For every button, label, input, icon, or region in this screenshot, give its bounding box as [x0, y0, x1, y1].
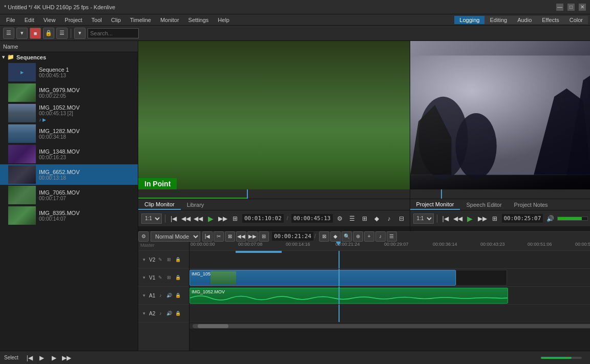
- tl-add-btn[interactable]: +: [364, 231, 374, 242]
- proj-play-btn[interactable]: ▶: [465, 213, 475, 224]
- toolbar-filter-btn[interactable]: ▾: [74, 28, 86, 39]
- tab-project-monitor[interactable]: Project Monitor: [410, 200, 460, 210]
- tab-library[interactable]: Library: [181, 200, 210, 209]
- a1-collapse-icon[interactable]: ▾: [140, 292, 148, 299]
- list-item[interactable]: IMG_8395.MOV 00:00:14:07: [0, 205, 138, 226]
- clip-extra-btn[interactable]: ⊞: [360, 213, 370, 224]
- tl-ctrl-btn3[interactable]: ⊠: [225, 231, 235, 242]
- tl-ctrl-btn2[interactable]: ✂: [214, 231, 224, 242]
- menu-settings[interactable]: Settings: [184, 16, 213, 24]
- proj-vol-btn[interactable]: 🔊: [545, 213, 555, 224]
- v1-lock-icon[interactable]: 🔒: [174, 274, 181, 281]
- clip-zoom-select[interactable]: 1:1: [141, 213, 162, 224]
- minimize-button[interactable]: —: [556, 4, 563, 11]
- v1-effect-icon[interactable]: ⊞: [165, 274, 173, 281]
- menu-monitor[interactable]: Monitor: [156, 16, 183, 24]
- menu-project[interactable]: Project: [60, 16, 86, 24]
- tl-menu-btn[interactable]: ☰: [387, 231, 397, 242]
- tab-project-notes[interactable]: Project Notes: [508, 200, 554, 209]
- h-scrollbar[interactable]: [189, 323, 590, 329]
- tl-ctrl-btn5[interactable]: ▶▶: [247, 231, 258, 242]
- h-scroll-thumb[interactable]: [198, 324, 228, 328]
- clip-fullscreen-btn[interactable]: ⊞: [230, 213, 240, 224]
- video-clip-v1[interactable]: IMG_1052.MOV: [189, 270, 456, 286]
- a2-lock-icon[interactable]: 🔒: [174, 310, 181, 317]
- clip-audio-btn[interactable]: ♪: [384, 213, 394, 224]
- tl-ctrl-btn1[interactable]: |◀: [202, 231, 213, 242]
- proj-skip-start-btn[interactable]: |◀: [440, 213, 451, 224]
- bottom-play2-btn[interactable]: ▶: [49, 353, 59, 363]
- close-button[interactable]: ✕: [579, 4, 586, 11]
- project-zoom-select[interactable]: 1:1: [413, 213, 434, 224]
- search-input[interactable]: [88, 28, 139, 38]
- toolbar-menu-btn[interactable]: ☰: [56, 28, 68, 39]
- menu-view[interactable]: View: [39, 16, 60, 24]
- v2-edit-icon[interactable]: ✎: [157, 256, 164, 263]
- menu-clip[interactable]: Clip: [107, 16, 125, 24]
- menu-file[interactable]: File: [2, 16, 19, 24]
- v2-effect-icon[interactable]: ⊞: [165, 256, 173, 263]
- maximize-button[interactable]: □: [567, 4, 575, 11]
- a2-mute-icon[interactable]: ♪: [157, 310, 164, 317]
- tl-snap-btn[interactable]: ⊠: [319, 231, 329, 242]
- clip-menu-btn[interactable]: ☰: [347, 213, 357, 224]
- toolbar-new-btn[interactable]: ☰: [3, 28, 14, 39]
- list-item[interactable]: IMG_0979.MOV 00:00:22:05: [0, 82, 138, 103]
- a1-vol-icon[interactable]: 🔊: [165, 292, 173, 299]
- tl-audio-btn[interactable]: ♪: [375, 231, 386, 242]
- tab-clip-monitor[interactable]: Clip Monitor: [138, 200, 181, 210]
- project-monitor-timeline[interactable]: [410, 189, 591, 199]
- clip-rewind-btn[interactable]: ◀◀: [193, 213, 203, 224]
- v1-edit-icon[interactable]: ✎: [157, 274, 164, 281]
- tl-ctrl-btn6[interactable]: ⊞: [259, 231, 269, 242]
- timeline-settings-icon[interactable]: ⚙: [138, 231, 149, 242]
- menu-help[interactable]: Help: [214, 16, 234, 24]
- audio-clip-a1[interactable]: IMG_1052.MOV: [189, 288, 508, 304]
- clip-markers-btn[interactable]: ◆: [372, 213, 382, 224]
- bottom-fwd-btn[interactable]: ▶▶: [61, 353, 72, 363]
- proj-fast-fwd-btn[interactable]: ▶▶: [477, 213, 488, 224]
- clip-close-btn[interactable]: ⊟: [396, 213, 407, 224]
- clip-fast-forward-btn[interactable]: ▶▶: [218, 213, 228, 224]
- toolbar-open-btn[interactable]: ▾: [16, 28, 28, 39]
- tl-razor-btn[interactable]: ◆: [330, 231, 341, 242]
- workspace-audio[interactable]: Audio: [512, 16, 537, 24]
- tl-zoom-in-btn[interactable]: ⊕: [353, 231, 363, 242]
- tab-speech-editor[interactable]: Speech Editor: [460, 200, 508, 209]
- sequences-folder[interactable]: ▾ 📁 Sequences: [0, 52, 138, 62]
- menu-timeline[interactable]: Timeline: [126, 16, 155, 24]
- a2-collapse-icon[interactable]: ▾: [140, 310, 148, 317]
- bottom-play-btn[interactable]: ▶: [37, 353, 47, 363]
- menu-edit[interactable]: Edit: [20, 16, 38, 24]
- a1-mute-icon[interactable]: ♪: [157, 292, 164, 299]
- tl-ctrl-btn4[interactable]: ◀◀: [236, 231, 246, 242]
- v2-lock-icon[interactable]: 🔒: [174, 256, 181, 263]
- list-item[interactable]: IMG_6652.MOV 00:00:13:18: [0, 164, 138, 185]
- clip-settings-btn[interactable]: ⚙: [335, 213, 345, 224]
- workspace-effects[interactable]: Effects: [537, 16, 564, 24]
- v2-collapse-icon[interactable]: ▾: [140, 256, 148, 263]
- workspace-color[interactable]: Color: [564, 16, 588, 24]
- list-item[interactable]: IMG_7065.MOV 00:00:17:07: [0, 185, 138, 205]
- list-item[interactable]: IMG_1052.MOV 00:00:45:13 [2] ♪ ▶: [0, 103, 138, 123]
- bottom-skip-btn[interactable]: |◀: [25, 353, 35, 363]
- v1-collapse-icon[interactable]: ▾: [140, 274, 148, 281]
- proj-fullscreen-btn[interactable]: ⊞: [490, 213, 500, 224]
- clip-monitor-timeline[interactable]: [138, 189, 410, 199]
- menu-tool[interactable]: Tool: [88, 16, 106, 24]
- clip-skip-start-btn[interactable]: |◀: [168, 213, 179, 224]
- list-item[interactable]: IMG_1282.MOV 00:00:34:18: [0, 123, 138, 144]
- toolbar-render-btn[interactable]: 🔒: [43, 28, 54, 39]
- workspace-editing[interactable]: Editing: [484, 16, 512, 24]
- workspace-logging[interactable]: Logging: [454, 16, 484, 24]
- tl-zoom-out-btn[interactable]: 🔍: [342, 231, 352, 242]
- clip-play-btn[interactable]: ▶: [205, 213, 216, 224]
- a2-vol-icon[interactable]: 🔊: [165, 310, 173, 317]
- list-item[interactable]: IMG_1348.MOV 00:00:16:23: [0, 144, 138, 164]
- clip-prev-frame-btn[interactable]: ◀◀: [181, 213, 191, 224]
- a1-lock-icon[interactable]: 🔒: [174, 292, 181, 299]
- timeline-mode-select[interactable]: Normal Mode: [151, 231, 200, 242]
- toolbar-save-btn[interactable]: ■: [30, 28, 41, 39]
- list-item[interactable]: ▶ Sequence 1 00:00:45:13: [0, 62, 138, 82]
- proj-prev-btn[interactable]: ◀◀: [453, 213, 463, 224]
